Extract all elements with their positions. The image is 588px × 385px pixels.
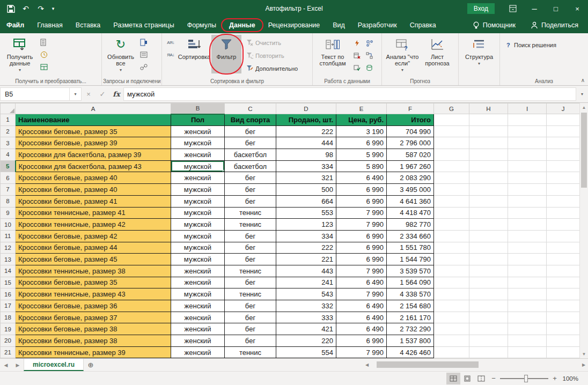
cell-G6[interactable] <box>434 172 469 184</box>
row-header-1[interactable]: 1 <box>1 114 16 126</box>
cell-A7[interactable]: Кроссовки беговые, размер 40 <box>16 184 171 196</box>
cell-A13[interactable]: Кроссовки беговые, размер 45 <box>16 254 171 265</box>
ribbon-tab-Вставка[interactable]: Вставка <box>69 17 107 33</box>
cell-B6[interactable]: женский <box>171 172 225 184</box>
cell-B1[interactable]: Пол <box>171 114 225 126</box>
cell-D14[interactable]: 443 <box>276 265 336 277</box>
cell-J7[interactable] <box>547 184 580 196</box>
cell-B9[interactable]: мужской <box>171 207 225 219</box>
cell-C12[interactable]: бег <box>225 242 276 254</box>
cell-I7[interactable] <box>508 184 547 196</box>
sort-ascending-button[interactable]: АЯ↓ <box>164 37 177 48</box>
page-break-view-button[interactable] <box>474 373 488 384</box>
cell-J4[interactable] <box>547 149 580 161</box>
cell-J11[interactable] <box>547 230 580 242</box>
cell-F7[interactable]: 3 495 000 <box>387 184 434 196</box>
column-header-J[interactable]: J <box>547 103 580 114</box>
cell-I4[interactable] <box>508 149 547 161</box>
cell-C6[interactable]: бег <box>225 172 276 184</box>
cell-I19[interactable] <box>508 323 547 335</box>
sort-descending-button[interactable]: ЯА↓ <box>164 49 177 60</box>
cell-D7[interactable]: 500 <box>276 184 336 196</box>
cell-B17[interactable]: женский <box>171 300 225 312</box>
cell-A1[interactable]: Наименование <box>16 114 171 126</box>
cell-F16[interactable]: 4 338 570 <box>387 288 434 300</box>
what-if-analysis-button[interactable]: ? Анализ "что если" ▾ <box>384 35 421 73</box>
expand-formula-bar-button[interactable]: ▾ <box>576 87 588 101</box>
sign-in-button[interactable]: Вход <box>467 3 495 14</box>
ribbon-tab-Разметка страницы[interactable]: Разметка страницы <box>107 17 180 33</box>
ribbon-tab-Справка[interactable]: Справка <box>403 17 443 33</box>
cell-B18[interactable]: женский <box>171 312 225 323</box>
cell-H12[interactable] <box>469 242 508 254</box>
cell-C17[interactable]: бег <box>225 300 276 312</box>
cell-I20[interactable] <box>508 335 547 347</box>
cell-F15[interactable]: 1 564 090 <box>387 277 434 288</box>
cell-E1[interactable]: Цена, руб. <box>336 114 387 126</box>
cell-A5[interactable]: Кроссовки для баскетбола, размер 43 <box>16 160 171 172</box>
cell-J12[interactable] <box>547 242 580 254</box>
column-header-D[interactable]: D <box>276 103 336 114</box>
zoom-out-button[interactable]: − <box>488 374 499 382</box>
cell-B15[interactable]: женский <box>171 277 225 288</box>
cell-F18[interactable]: 2 161 170 <box>387 312 434 323</box>
cell-E16[interactable]: 7 990 <box>336 288 387 300</box>
cell-C15[interactable]: бег <box>225 277 276 288</box>
row-header-5[interactable]: 5 <box>1 160 16 172</box>
cell-E4[interactable]: 5 990 <box>336 149 387 161</box>
cell-F13[interactable]: 1 544 790 <box>387 254 434 265</box>
cell-A17[interactable]: Кроссовки беговые, размер 36 <box>16 300 171 312</box>
relationships-button[interactable] <box>363 50 376 61</box>
cell-B7[interactable]: мужской <box>171 184 225 196</box>
cell-G1[interactable] <box>434 114 469 126</box>
ribbon-tab-Формулы[interactable]: Формулы <box>181 17 223 33</box>
cell-I17[interactable] <box>508 300 547 312</box>
cell-E9[interactable]: 7 990 <box>336 207 387 219</box>
cell-E10[interactable]: 7 990 <box>336 219 387 231</box>
cell-E11[interactable]: 6 990 <box>336 230 387 242</box>
cell-I10[interactable] <box>508 219 547 231</box>
recent-sources-button[interactable] <box>38 49 50 60</box>
zoom-slider-thumb[interactable] <box>524 375 528 382</box>
cell-I9[interactable] <box>508 207 547 219</box>
normal-view-button[interactable] <box>446 373 460 384</box>
ribbon-tab-Вид[interactable]: Вид <box>326 17 351 33</box>
ribbon-display-options-button[interactable] <box>502 0 524 17</box>
cell-C11[interactable]: бег <box>225 230 276 242</box>
row-header-3[interactable]: 3 <box>1 137 16 149</box>
cell-H6[interactable] <box>469 172 508 184</box>
select-all-button[interactable] <box>1 103 16 114</box>
cell-D10[interactable]: 123 <box>276 219 336 231</box>
cell-H18[interactable] <box>469 312 508 323</box>
clear-filter-button[interactable]: Очистить <box>244 37 300 48</box>
text-to-columns-button[interactable]: Текст по столбцам <box>315 35 350 73</box>
cell-I1[interactable] <box>508 114 547 126</box>
edit-links-button[interactable] <box>137 62 150 72</box>
cell-F12[interactable]: 1 551 780 <box>387 242 434 254</box>
cell-E18[interactable]: 6 490 <box>336 312 387 323</box>
cell-A21[interactable]: Кроссовки теннисные, размер 39 <box>16 346 171 358</box>
cancel-entry-button[interactable]: × <box>82 90 95 98</box>
cell-E7[interactable]: 6 990 <box>336 184 387 196</box>
cell-G2[interactable] <box>434 125 469 137</box>
cell-H7[interactable] <box>469 184 508 196</box>
cell-D11[interactable]: 334 <box>276 230 336 242</box>
cell-E5[interactable]: 5 890 <box>336 160 387 172</box>
cell-J10[interactable] <box>547 219 580 231</box>
row-header-6[interactable]: 6 <box>1 172 16 184</box>
cell-E12[interactable]: 6 990 <box>336 242 387 254</box>
cell-G11[interactable] <box>434 230 469 242</box>
cell-A8[interactable]: Кроссовки беговые, размер 41 <box>16 195 171 207</box>
cell-G20[interactable] <box>434 335 469 347</box>
cell-A15[interactable]: Кроссовки беговые, размер 35 <box>16 277 171 288</box>
refresh-all-button[interactable]: ↻ Обновить все ▾ <box>104 35 137 73</box>
cell-G13[interactable] <box>434 254 469 265</box>
cell-C14[interactable]: теннис <box>225 265 276 277</box>
cell-B13[interactable]: мужской <box>171 254 225 265</box>
cell-B4[interactable]: женский <box>171 149 225 161</box>
forecast-sheet-button[interactable]: Лист прогноза <box>421 35 454 73</box>
cell-B2[interactable]: женский <box>171 125 225 137</box>
get-data-button[interactable]: Получить данные ▾ <box>2 35 38 73</box>
cell-B12[interactable]: мужской <box>171 242 225 254</box>
cell-D17[interactable]: 332 <box>276 300 336 312</box>
